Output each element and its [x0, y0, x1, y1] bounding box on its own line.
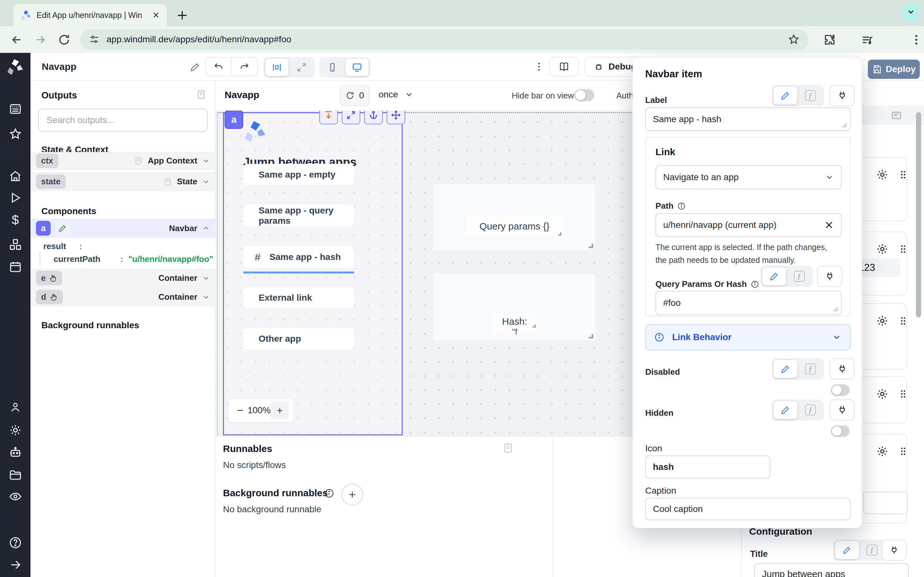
query-params-input[interactable]: #foo [656, 291, 842, 315]
sidebar-item-user-icon[interactable] [0, 401, 31, 414]
link-behavior-disclosure[interactable]: Link Behavior [645, 324, 851, 350]
frequency-dropdown[interactable]: once [379, 89, 414, 100]
grip-icon[interactable] [898, 446, 909, 457]
container-e-preview[interactable]: Query params {} [433, 184, 595, 250]
static-pencil-icon[interactable] [835, 541, 859, 559]
output-row-container-d[interactable]: d Container [31, 288, 216, 306]
reload-icon[interactable] [58, 33, 71, 46]
icon-input[interactable]: hash [645, 456, 771, 479]
link-type-select[interactable]: Navigate to an app [656, 165, 842, 189]
zoom-in-button[interactable]: + [271, 401, 289, 419]
nav-item-field[interactable] [863, 492, 908, 514]
sidebar-item-variables-dollar-icon[interactable]: $ [0, 213, 31, 227]
static-pencil-icon[interactable] [774, 401, 797, 419]
site-info-icon[interactable] [89, 34, 99, 45]
output-row-state[interactable]: state State [31, 172, 216, 191]
clear-x-icon[interactable] [824, 220, 834, 230]
nav-item-same-app-hash[interactable]: # Same app - hash [243, 246, 354, 268]
nav-item-same-app-empty[interactable]: Same app - empty [243, 164, 354, 185]
windmill-logo-icon[interactable] [0, 58, 31, 75]
chevron-up-icon[interactable] [202, 224, 210, 232]
resize-handle[interactable] [533, 324, 536, 327]
container-d-preview[interactable]: Hash: "f [433, 274, 595, 340]
fn-icon[interactable]: ƒ [860, 541, 884, 559]
fn-icon[interactable]: ƒ [798, 401, 822, 419]
chevron-down-icon[interactable] [202, 274, 210, 282]
tab-close-icon[interactable] [152, 11, 160, 19]
sidebar-item-workers-bot-icon[interactable] [0, 446, 31, 459]
new-tab-icon[interactable] [176, 9, 189, 22]
hidden-toggle[interactable] [831, 425, 850, 437]
fn-icon[interactable]: ƒ [798, 360, 822, 378]
output-row-ctx[interactable]: ctx App Context [31, 152, 216, 169]
chevron-down-icon[interactable] [202, 293, 210, 301]
grip-icon[interactable] [898, 316, 909, 326]
forward-icon[interactable] [34, 33, 47, 46]
rename-pencil-icon[interactable] [55, 221, 70, 235]
hide-bar-toggle[interactable] [574, 89, 594, 101]
refresh-button[interactable]: 0 [340, 85, 370, 106]
search-outputs-input[interactable] [38, 109, 208, 132]
runnables-doc-icon[interactable] [503, 443, 514, 454]
topbar-menu-kebab-icon[interactable] [533, 61, 544, 72]
resize-handle[interactable] [589, 243, 593, 248]
output-row-container-e[interactable]: e Container [31, 269, 216, 287]
media-controls-icon[interactable] [861, 34, 874, 47]
back-icon[interactable] [10, 33, 23, 46]
desktop-view-button[interactable] [346, 59, 368, 76]
align-center-mode-button[interactable] [265, 59, 288, 76]
docs-book-button[interactable] [549, 57, 579, 77]
undo-button[interactable] [206, 58, 232, 75]
redo-button[interactable] [232, 58, 257, 75]
connect-plug-icon[interactable] [830, 358, 855, 380]
grip-icon[interactable] [898, 388, 909, 400]
panel-layout-icon[interactable] [891, 110, 902, 121]
anchor-icon[interactable] [364, 111, 383, 124]
mobile-view-button[interactable] [321, 59, 344, 76]
sidebar-item-audit-eye-icon[interactable] [0, 490, 31, 503]
sidebar-item-schedules-calendar-icon[interactable] [0, 260, 31, 273]
expand-component-icon[interactable] [342, 111, 360, 124]
sidebar-item-settings-gear-icon[interactable] [0, 424, 31, 437]
gear-icon[interactable] [876, 315, 888, 327]
resize-handle[interactable] [558, 232, 561, 235]
gear-icon[interactable] [876, 388, 888, 400]
chevron-down-icon[interactable] [202, 157, 210, 165]
browser-tab[interactable]: Edit App u/henri/navapp | Win [13, 4, 167, 26]
static-pencil-icon[interactable] [774, 87, 797, 105]
extensions-icon[interactable] [823, 33, 836, 46]
expand-rail-arrow-icon[interactable] [0, 558, 31, 571]
disabled-toggle[interactable] [831, 384, 850, 396]
grip-icon[interactable] [898, 243, 909, 255]
connect-plug-icon[interactable] [830, 85, 855, 106]
nav-item-same-app-query[interactable]: Same app - query params [243, 205, 354, 227]
output-row-navbar[interactable]: a Navbar [31, 219, 216, 237]
fullscreen-mode-button[interactable] [290, 59, 313, 76]
resize-handle[interactable] [589, 334, 593, 338]
sidebar-item-runs-play-icon[interactable] [0, 192, 31, 204]
deploy-button[interactable]: Deploy [868, 60, 920, 79]
gear-icon[interactable] [876, 169, 888, 181]
nav-item-external-link[interactable]: External link [243, 287, 354, 309]
connect-plug-icon[interactable] [817, 266, 842, 287]
bookmark-star-icon[interactable] [788, 34, 800, 45]
nav-item-other-app[interactable]: Other app [243, 328, 354, 350]
textarea-resize-handle[interactable] [833, 307, 838, 312]
static-pencil-icon[interactable] [762, 268, 786, 285]
sidebar-item-folders-icon[interactable] [0, 468, 31, 482]
fn-icon[interactable]: ƒ [798, 87, 822, 105]
title-input[interactable]: Jump between apps [754, 563, 909, 577]
help-icon[interactable] [0, 536, 31, 550]
query-params-box[interactable]: Query params {} [466, 215, 563, 237]
sidebar-item-favorites-star-icon[interactable] [0, 127, 31, 140]
sidebar-item-home-icon[interactable] [0, 170, 31, 183]
fn-icon[interactable]: ƒ [787, 268, 811, 285]
add-background-runnable-button[interactable] [341, 484, 363, 506]
panel-scrollbar[interactable] [916, 112, 921, 318]
sidebar-item-resources-boxes-icon[interactable] [0, 238, 31, 251]
path-input[interactable]: u/henri/navapp (current app) [656, 213, 842, 237]
hash-box[interactable]: Hash: "f [492, 314, 537, 335]
textarea-resize-handle[interactable] [842, 123, 847, 128]
chevron-down-icon[interactable] [202, 177, 210, 186]
outputs-doc-icon[interactable] [196, 89, 206, 100]
